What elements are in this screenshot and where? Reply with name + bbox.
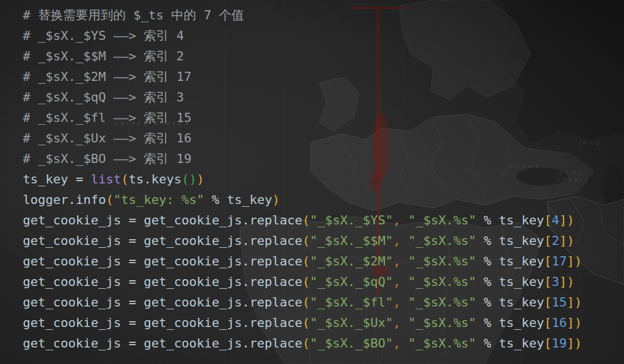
code-token-identifier: ts: [128, 172, 144, 186]
code-token-bracket_gold: ]: [560, 275, 567, 289]
code-token-identifier: ts_key: [499, 295, 544, 309]
code-token-identifier: logger: [23, 193, 68, 207]
code-token-identifier: replace: [249, 336, 302, 350]
code-token-comma: ,: [393, 275, 400, 289]
code-token-bracket_gold: (: [106, 193, 114, 207]
code-token-number: 2: [552, 234, 559, 248]
code-token-string: "_$sX.%s": [408, 254, 476, 268]
code-token-number: 4: [552, 213, 559, 227]
code-token-string: "_$sX.%s": [408, 234, 476, 248]
code-line: # _$sX._$2M ——> 索引 17: [23, 67, 624, 87]
code-line: # _$sX._$fl ——> 索引 15: [23, 108, 624, 128]
code-token-identifier: replace: [249, 316, 302, 330]
code-token-bracket_gold: ]: [560, 234, 567, 248]
code-token-plain: %: [476, 254, 499, 268]
code-token-bracket_gold: [: [544, 316, 552, 330]
code-token-plain: .: [242, 316, 249, 330]
code-token-plain: [400, 254, 408, 268]
code-token-builtin: list: [91, 172, 121, 186]
code-token-comment: # _$sX._$Ux ——> 索引 16: [23, 131, 192, 145]
code-line: get_cookie_js = get_cookie_js.replace("_…: [23, 272, 624, 292]
code-token-bracket_gold: [: [544, 295, 552, 309]
code-token-identifier: replace: [249, 295, 302, 309]
code-token-plain: [400, 295, 408, 309]
code-token-plain: .: [242, 336, 249, 350]
code-token-plain: %: [476, 336, 499, 350]
code-line: # _$sX._$$M ——> 索引 2: [23, 46, 624, 67]
code-token-plain: .: [242, 254, 249, 268]
code-token-plain: [400, 213, 408, 227]
code-token-comment: # _$sX._$fl ——> 索引 15: [23, 111, 192, 125]
code-token-plain: .: [144, 172, 151, 186]
code-token-bracket_gold: ]: [567, 254, 574, 268]
code-token-string: "_$sX.%s": [408, 336, 476, 350]
code-token-bracket_gold: ]: [567, 295, 574, 309]
code-token-comma: ,: [393, 316, 400, 330]
code-token-bracket_gold: ): [567, 234, 574, 248]
code-area[interactable]: # 替换需要用到的 $_ts 中的 7 个值# _$sX._$YS ——> 索引…: [23, 5, 624, 364]
code-token-plain: %: [204, 193, 227, 207]
code-token-identifier: ts_key: [23, 172, 68, 186]
code-line: # _$sX._$YS ——> 索引 4: [23, 26, 624, 46]
code-line: logger.info("ts_key: %s" % ts_key): [23, 190, 624, 210]
code-token-identifier: ts_key: [499, 254, 544, 268]
code-token-number: 17: [552, 254, 567, 268]
code-token-bracket_gold: (: [302, 316, 310, 330]
code-token-bracket_gold: (: [121, 172, 128, 186]
code-token-identifier: ts_key: [499, 275, 544, 289]
code-token-comma: ,: [393, 234, 400, 248]
code-token-number: 3: [552, 275, 559, 289]
code-token-string: "_$sX.%s": [408, 275, 476, 289]
code-token-identifier: get_cookie_js: [144, 275, 242, 289]
code-token-plain: [400, 234, 408, 248]
code-token-plain: =: [68, 172, 91, 186]
code-token-bracket_gold: ]: [567, 336, 574, 350]
code-token-bracket_gold: ): [567, 213, 574, 227]
code-token-plain: .: [242, 275, 249, 289]
code-token-identifier: ts_key: [499, 316, 544, 330]
code-token-string: "_$sX.%s": [408, 213, 476, 227]
code-token-string: "_$sX._$qQ": [310, 275, 393, 289]
code-line: # _$sX._$BO ——> 索引 19: [23, 149, 624, 169]
code-line: get_cookie_js = get_cookie_js.replace("_…: [23, 210, 624, 231]
code-token-bracket_gold: (: [302, 336, 310, 350]
code-token-bracket_gold: [: [544, 234, 552, 248]
code-token-comment: # _$sX._$$M ——> 索引 2: [23, 49, 184, 63]
code-line: # _$sX._$qQ ——> 索引 3: [23, 87, 624, 108]
code-token-plain: .: [242, 213, 249, 227]
code-line: # 替换需要用到的 $_ts 中的 7 个值: [23, 5, 624, 26]
code-token-identifier: get_cookie_js: [144, 336, 242, 350]
code-token-plain: =: [121, 234, 144, 248]
code-token-plain: =: [121, 254, 144, 268]
code-line: get_cookie_js = get_cookie_js.replace("_…: [23, 313, 624, 333]
code-token-identifier: get_cookie_js: [144, 213, 242, 227]
code-token-plain: .: [242, 295, 249, 309]
code-token-identifier: get_cookie_js: [144, 234, 242, 248]
code-token-comment: # _$sX._$qQ ——> 索引 3: [23, 90, 184, 104]
code-line: get_cookie_js = get_cookie_js.replace("_…: [23, 292, 624, 313]
code-token-number: 15: [552, 295, 567, 309]
code-token-plain: [400, 336, 408, 350]
code-token-identifier: replace: [249, 213, 302, 227]
code-line: get_cookie_js = get_cookie_js.replace("_…: [23, 251, 624, 272]
code-line: get_cookie_js = get_cookie_js.replace("_…: [23, 333, 624, 354]
code-token-identifier: get_cookie_js: [23, 234, 121, 248]
code-token-bracket_gold: ]: [560, 213, 567, 227]
code-token-number: 16: [552, 316, 567, 330]
code-token-comment: # _$sX._$BO ——> 索引 19: [23, 152, 192, 166]
code-line: ts_key = list(ts.keys()): [23, 169, 624, 190]
code-token-comma: ,: [393, 295, 400, 309]
code-token-plain: =: [121, 336, 144, 350]
code-token-comma: ,: [393, 213, 400, 227]
code-token-string: "_$sX._$YS": [310, 213, 393, 227]
code-token-bracket_gold: ): [574, 254, 582, 268]
code-token-plain: .: [68, 193, 75, 207]
code-token-bracket_gold: ): [567, 275, 574, 289]
code-token-identifier: replace: [249, 275, 302, 289]
code-token-string: "_$sX.%s": [408, 316, 476, 330]
code-line: get_cookie_js = get_cookie_js.replace("_…: [23, 231, 624, 251]
code-token-identifier: get_cookie_js: [23, 336, 121, 350]
code-token-plain: =: [121, 275, 144, 289]
code-token-plain: %: [476, 213, 499, 227]
code-token-identifier: ts_key: [227, 193, 272, 207]
